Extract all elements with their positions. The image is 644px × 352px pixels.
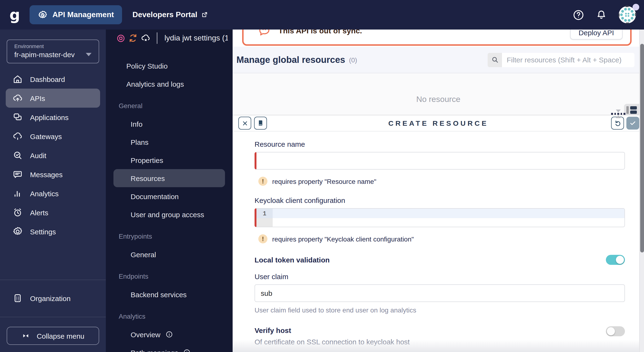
user-claim-label: User claim — [254, 273, 625, 281]
subnav-section-entrypoints: Entrypoints — [106, 227, 232, 245]
filter-resources — [488, 53, 634, 67]
sidebar-item-applications[interactable]: Applications — [6, 108, 100, 127]
scrollbar-thumb[interactable] — [640, 44, 644, 253]
sidebar-nav: Dashboard APIs Applications Gateways Aud… — [0, 69, 106, 241]
search-icon — [488, 53, 502, 67]
local-token-validation-toggle[interactable] — [606, 255, 625, 265]
keycloak-config-label: Keycloak client configuration — [254, 196, 625, 204]
api-title: lydia jwt settings (1... — [164, 34, 228, 42]
main-sidebar: Environment fr-apim-master-dev Dashboard… — [0, 29, 106, 352]
verify-host-help: Of certificate on SSL connection to keyc… — [254, 338, 410, 346]
page-title: Manage global resources — [236, 54, 345, 65]
sidebar-item-gateways[interactable]: Gateways — [6, 127, 100, 146]
sidebar-item-messages[interactable]: Messages — [6, 165, 100, 184]
sidebar-item-audit[interactable]: Audit — [6, 146, 100, 165]
developers-portal-link[interactable]: Developers Portal — [132, 10, 208, 19]
close-button[interactable] — [238, 117, 251, 130]
chevron-down-icon — [86, 53, 92, 56]
message-icon — [12, 169, 23, 180]
drawer-title: CREATE RESOURCE — [388, 119, 488, 127]
drawer-resize-handle[interactable] — [610, 110, 627, 118]
applications-icon — [12, 112, 23, 122]
resource-name-label: Resource name — [254, 140, 625, 148]
documentation-button[interactable] — [254, 117, 267, 130]
environment-selector[interactable]: Environment fr-apim-master-dev — [7, 39, 99, 63]
reset-button[interactable] — [611, 117, 624, 130]
notifications-button[interactable] — [596, 9, 607, 21]
chat-alert-icon — [258, 29, 271, 38]
sidebar-item-apis[interactable]: APIs — [6, 89, 100, 108]
subnav-item-info[interactable]: Info — [114, 115, 225, 133]
subnav-item-entrypoints-general[interactable]: General — [114, 245, 225, 263]
cloud-offline-icon — [140, 33, 151, 43]
info-icon — [183, 349, 191, 352]
gear-icon — [38, 10, 48, 20]
collapse-menu-button[interactable]: Collapse menu — [7, 327, 99, 345]
reset-icon — [614, 119, 621, 127]
user-claim-help: User claim field used to store end user … — [254, 306, 625, 314]
close-icon — [242, 120, 248, 126]
cloud-icon — [12, 131, 23, 141]
external-link-icon — [201, 11, 208, 18]
divider — [157, 32, 157, 44]
subnav-item-properties[interactable]: Properties — [114, 151, 225, 169]
api-header: lydia jwt settings (1... — [106, 29, 232, 45]
out-of-sync-banner: This API is out of sync. Deploy API — [242, 29, 632, 46]
subnav-item-user-and-group-access[interactable]: User and group access — [114, 205, 225, 223]
subnav-section-general: General — [106, 97, 232, 115]
cloud-upload-icon — [12, 93, 23, 103]
subnav-item-analytics-and-logs[interactable]: Analytics and logs — [114, 75, 225, 93]
user-avatar[interactable] — [618, 6, 636, 24]
alarm-icon — [12, 207, 23, 218]
environment-value: fr-apim-master-dev — [14, 50, 74, 59]
gravitee-logo: g — [0, 0, 30, 29]
api-nav: Policy Studio Analytics and logs General… — [106, 57, 232, 352]
create-resource-form: Resource name ! requires property "Resou… — [254, 131, 625, 352]
app-window: g API Management Developers Portal — [0, 0, 644, 352]
info-icon — [165, 331, 173, 338]
subnav-item-path-mappings[interactable]: Path mappings — [114, 344, 225, 352]
resources-header: Manage global resources (0) — [232, 47, 644, 73]
sidebar-item-organization[interactable]: Organization — [6, 289, 100, 308]
keycloak-config-editor[interactable]: 1 — [254, 208, 625, 227]
keycloak-config-error: ! requires property "Keycloak client con… — [254, 234, 625, 243]
help-button[interactable] — [572, 9, 584, 21]
sidebar-item-alerts[interactable]: Alerts — [6, 203, 100, 222]
resources-empty-state: No resource — [232, 74, 644, 114]
subnav-item-overview[interactable]: Overview — [114, 325, 225, 344]
out-of-sync-message: This API is out of sync. — [278, 29, 362, 35]
save-resource-button[interactable] — [626, 117, 639, 130]
sidebar-item-settings[interactable]: Settings — [6, 222, 100, 241]
create-resource-header: CREATE RESOURCE — [232, 115, 644, 131]
bar-chart-icon — [12, 188, 23, 199]
subnav-section-analytics: Analytics — [106, 307, 232, 325]
sidebar-item-analytics[interactable]: Analytics — [6, 184, 100, 203]
avatar-status-badge — [632, 4, 639, 10]
api-management-button[interactable]: API Management — [30, 5, 122, 24]
sync-icon — [128, 33, 138, 43]
api-sidebar: lydia jwt settings (1... Policy Studio A… — [106, 29, 232, 352]
gear-icon — [12, 226, 23, 237]
local-token-validation-label: Local token validation — [254, 256, 330, 264]
deploy-api-button[interactable]: Deploy API — [570, 29, 622, 39]
collapse-icon — [22, 332, 30, 340]
verify-host-toggle[interactable] — [606, 326, 625, 336]
subnav-item-resources[interactable]: Resources — [114, 169, 225, 187]
subnav-item-policy-studio[interactable]: Policy Studio — [114, 57, 225, 75]
subnav-item-documentation[interactable]: Documentation — [114, 187, 225, 205]
resource-name-input[interactable] — [254, 152, 625, 170]
page-scrollbar — [639, 29, 644, 352]
book-icon — [257, 120, 264, 127]
warning-icon: ! — [258, 234, 268, 243]
environment-label: Environment — [14, 43, 92, 49]
resource-name-error: ! requires property "Resource name" — [254, 177, 625, 186]
user-claim-input[interactable] — [254, 284, 625, 302]
main-content: This API is out of sync. Deploy API Mana… — [232, 29, 644, 352]
sidebar-item-dashboard[interactable]: Dashboard — [6, 69, 100, 89]
subnav-item-plans[interactable]: Plans — [114, 133, 225, 151]
verify-host-label: Verify host — [254, 326, 410, 334]
top-bar: g API Management Developers Portal — [0, 0, 644, 29]
filter-resources-input[interactable] — [502, 53, 634, 67]
topbar-actions — [572, 6, 636, 24]
subnav-item-backend-services[interactable]: Backend services — [114, 285, 225, 304]
